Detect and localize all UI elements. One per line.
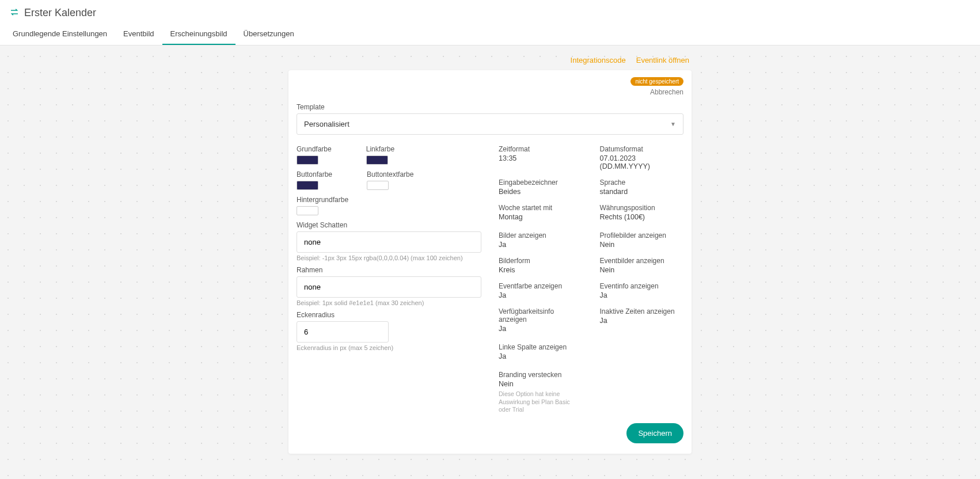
setting-note: Diese Option hat keine Auswirkung bei Pl… [499, 390, 579, 414]
save-button[interactable]: Speichern [626, 423, 683, 443]
linkfarbe-swatch[interactable] [366, 155, 388, 165]
setting-item[interactable]: Inaktive Zeiten anzeigenJa [600, 307, 684, 333]
grundfarbe-label: Grundfarbe [297, 145, 332, 153]
tab-eventbild[interactable]: Eventbild [115, 24, 162, 45]
setting-value: Kreis [499, 266, 583, 274]
settings-group-format: Zeitformat13:35Datumsformat07.01.2023 (D… [499, 145, 683, 221]
setting-label: Verfügbarkeitsinfo anzeigen [499, 307, 583, 324]
setting-item[interactable]: Verfügbarkeitsinfo anzeigenJa [499, 307, 583, 333]
settings-group-layout: Linke Spalte anzeigenJa [499, 343, 683, 360]
shadow-label: Widget Schatten [297, 221, 481, 229]
setting-value: Ja [499, 291, 583, 299]
setting-label: Inaktive Zeiten anzeigen [600, 307, 684, 315]
link-integrationscode[interactable]: Integrationscode [571, 56, 626, 64]
buttonfarbe-swatch[interactable] [297, 181, 318, 190]
setting-label: Zeitformat [499, 145, 583, 153]
setting-label: Eventinfo anzeigen [600, 282, 684, 290]
border-hint: Beispiel: 1px solid #e1e1e1 (max 30 zeic… [297, 299, 481, 306]
cancel-button[interactable]: Abbrechen [650, 88, 683, 96]
template-label: Template [297, 103, 683, 111]
setting-label: Sprache [600, 178, 684, 187]
setting-value: Nein [600, 266, 684, 274]
buttonfarbe-label: Buttonfarbe [297, 170, 332, 178]
setting-item[interactable]: Woche startet mitMontag [499, 204, 583, 221]
setting-item[interactable]: Zeitformat13:35 [499, 145, 583, 170]
setting-label: Bilderform [499, 257, 583, 265]
tab-grundlegende[interactable]: Grundlegende Einstellungen [5, 24, 115, 45]
setting-value: Ja [499, 241, 583, 249]
link-eventlink[interactable]: Eventlink öffnen [636, 56, 689, 64]
setting-value: Nein [600, 241, 684, 249]
setting-value: Beides [499, 188, 583, 196]
right-column: Zeitformat13:35Datumsformat07.01.2023 (D… [499, 145, 683, 414]
setting-value: Ja [600, 291, 684, 299]
swap-icon [9, 7, 20, 19]
setting-label: Eventbilder anzeigen [600, 257, 684, 265]
setting-value: 13:35 [499, 154, 583, 162]
hintergrundfarbe-label: Hintergrundfarbe [297, 196, 348, 204]
setting-label: Profilebilder anzeigen [600, 231, 684, 240]
setting-item[interactable]: Datumsformat07.01.2023 (DD.MM.YYYY) [600, 145, 684, 170]
setting-value: Rechts (100€) [600, 213, 684, 221]
setting-label: Eingabebezeichner [499, 178, 583, 187]
page-header: Erster Kalender Grundlegende Einstellung… [0, 0, 980, 45]
setting-item[interactable]: Eventbilder anzeigenNein [600, 257, 684, 274]
shadow-input[interactable] [297, 231, 481, 253]
border-label: Rahmen [297, 266, 481, 274]
setting-label: Währungsposition [600, 204, 684, 212]
setting-item[interactable]: Eventfarbe anzeigenJa [499, 282, 583, 299]
grundfarbe-swatch[interactable] [297, 155, 318, 165]
setting-value: Montag [499, 213, 583, 221]
buttontextfarbe-swatch[interactable] [367, 181, 389, 190]
hintergrundfarbe-swatch[interactable] [297, 206, 318, 215]
tab-erscheinungsbild[interactable]: Erscheinungsbild [162, 24, 235, 45]
setting-label: Linke Spalte anzeigen [499, 343, 583, 351]
template-value: Personalisiert [304, 120, 350, 128]
setting-item[interactable]: Sprachestandard [600, 178, 684, 196]
setting-value: Nein [499, 380, 583, 388]
setting-label: Eventfarbe anzeigen [499, 282, 583, 290]
setting-value: Ja [499, 325, 583, 333]
settings-group-display: Bilder anzeigenJaProfilebilder anzeigenN… [499, 231, 683, 333]
radius-input[interactable] [297, 321, 389, 343]
buttontextfarbe-label: Buttontextfarbe [367, 170, 413, 178]
setting-label: Bilder anzeigen [499, 231, 583, 240]
setting-value: Ja [499, 352, 583, 360]
tabs: Grundlegende Einstellungen Eventbild Ers… [0, 24, 980, 45]
setting-item[interactable]: BilderformKreis [499, 257, 583, 274]
setting-value: 07.01.2023 (DD.MM.YYYY) [600, 154, 684, 170]
border-input[interactable] [297, 276, 481, 298]
setting-label: Datumsformat [600, 145, 684, 153]
left-column: Grundfarbe Linkfarbe Buttonfarbe [297, 145, 481, 414]
setting-label: Woche startet mit [499, 204, 583, 212]
setting-item[interactable]: EingabebezeichnerBeides [499, 178, 583, 196]
linkfarbe-label: Linkfarbe [366, 145, 394, 153]
unsaved-badge: nicht gespeichert [630, 77, 683, 86]
setting-item[interactable]: Branding versteckenNeinDiese Option hat … [499, 371, 583, 414]
settings-card: nicht gespeichert Abbrechen Template Per… [288, 70, 692, 454]
template-select[interactable]: Personalisiert ▼ [297, 113, 683, 135]
caret-down-icon: ▼ [670, 121, 676, 127]
setting-value: standard [600, 188, 684, 196]
setting-item[interactable]: Eventinfo anzeigenJa [600, 282, 684, 299]
shadow-hint: Beispiel: -1px 3px 15px rgba(0,0,0,0.04)… [297, 254, 481, 261]
setting-item[interactable]: Linke Spalte anzeigenJa [499, 343, 583, 360]
top-links: Integrationscode Eventlink öffnen [288, 52, 692, 70]
setting-value: Ja [600, 317, 684, 325]
tab-uebersetzungen[interactable]: Übersetzungen [235, 24, 302, 45]
page-title: Erster Kalender [24, 7, 96, 19]
radius-hint: Eckenradius in px (max 5 zeichen) [297, 344, 481, 351]
setting-item[interactable]: Bilder anzeigenJa [499, 231, 583, 249]
setting-item[interactable]: Profilebilder anzeigenNein [600, 231, 684, 249]
setting-label: Branding verstecken [499, 371, 583, 379]
settings-group-branding: Branding versteckenNeinDiese Option hat … [499, 371, 683, 414]
radius-label: Eckenradius [297, 311, 481, 319]
setting-item[interactable]: WährungspositionRechts (100€) [600, 204, 684, 221]
